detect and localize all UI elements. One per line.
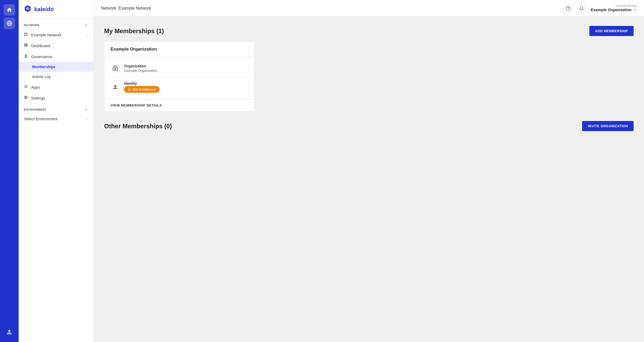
environment-section-header: ENVIRONMENT — [19, 103, 94, 114]
dashboard-icon — [24, 43, 28, 48]
apps-icon — [24, 84, 28, 90]
help-icon[interactable] — [564, 4, 573, 13]
logo-text: kaleido — [34, 6, 54, 13]
add-membership-button[interactable]: ADD MEMBERSHIP — [589, 26, 634, 36]
svg-rect-4 — [24, 33, 26, 34]
globe-icon[interactable] — [4, 18, 15, 29]
chevron-right-env-icon: › — [87, 117, 88, 121]
warning-icon: ⚠ — [128, 87, 131, 91]
governance-icon — [24, 54, 28, 59]
svg-rect-6 — [24, 34, 26, 36]
sidebar-item-apps[interactable]: Apps — [19, 82, 94, 92]
sidebar: kaleido NETWORK Example Network › Dashbo… — [19, 0, 94, 342]
invite-organization-button[interactable]: INVITE ORGANIZATION — [582, 121, 634, 131]
network-section-header: NETWORK — [19, 19, 94, 29]
other-memberships-header: Other Memberships (0) INVITE ORGANIZATIO… — [104, 121, 634, 131]
notification-icon[interactable] — [577, 4, 586, 13]
sidebar-item-select-environment[interactable]: Select Environment › — [19, 114, 94, 124]
svg-rect-5 — [26, 33, 27, 34]
org-row-icon — [111, 63, 120, 73]
network-icon — [24, 32, 28, 37]
other-memberships-title: Other Memberships (0) — [104, 123, 172, 130]
svg-rect-11 — [113, 86, 118, 86]
sidebar-item-settings[interactable]: Settings — [19, 92, 94, 103]
card-body: Organization Example Organization Identi… — [104, 57, 254, 99]
my-memberships-header: My Memberships (1) ADD MEMBERSHIP — [104, 26, 634, 36]
home-icon[interactable] — [4, 4, 15, 16]
sidebar-item-example-network[interactable]: Example Network › — [19, 29, 94, 40]
content-area: My Memberships (1) ADD MEMBERSHIP Exampl… — [94, 17, 644, 342]
identity-row-content: Identity ⚠ Not Confirmed — [124, 81, 160, 93]
logo: kaleido — [19, 0, 94, 19]
main-content: Network: Example Network ORGANIZATION Ex… — [94, 0, 644, 342]
org-row: Organization Example Organization — [104, 59, 254, 77]
topbar-title: Network: Example Network — [101, 6, 564, 11]
logo-icon — [24, 5, 32, 14]
my-memberships-title: My Memberships (1) — [104, 27, 164, 35]
topbar-actions: ORGANIZATION Example Organization — [564, 4, 637, 13]
card-org-name: Example Organization — [104, 41, 254, 57]
org-row-content: Organization Example Organization — [124, 64, 157, 73]
not-confirmed-badge: ⚠ Not Confirmed — [124, 86, 160, 93]
view-membership-details-link[interactable]: VIEW MEMBERSHIP DETAILS — [104, 99, 254, 111]
chevron-right-icon: › — [87, 33, 88, 37]
sidebar-item-memberships[interactable]: Memberships — [19, 62, 94, 72]
icon-bar — [0, 0, 19, 342]
svg-rect-10 — [114, 69, 116, 70]
settings-icon — [24, 95, 28, 101]
identity-row-icon — [111, 82, 120, 92]
topbar: Network: Example Network ORGANIZATION Ex… — [94, 0, 644, 17]
sidebar-item-dashboard[interactable]: Dashboard — [19, 40, 94, 51]
org-name: Example Organization — [591, 8, 637, 12]
org-selector[interactable]: ORGANIZATION Example Organization — [591, 5, 637, 12]
svg-rect-7 — [26, 34, 27, 36]
sidebar-item-governance[interactable]: Governance — [19, 51, 94, 62]
sidebar-item-activity-log[interactable]: Activity Log — [19, 72, 94, 82]
membership-card: Example Organization Organization Exampl… — [104, 41, 254, 112]
user-icon[interactable] — [4, 326, 15, 338]
identity-row: Identity ⚠ Not Confirmed — [104, 77, 254, 97]
